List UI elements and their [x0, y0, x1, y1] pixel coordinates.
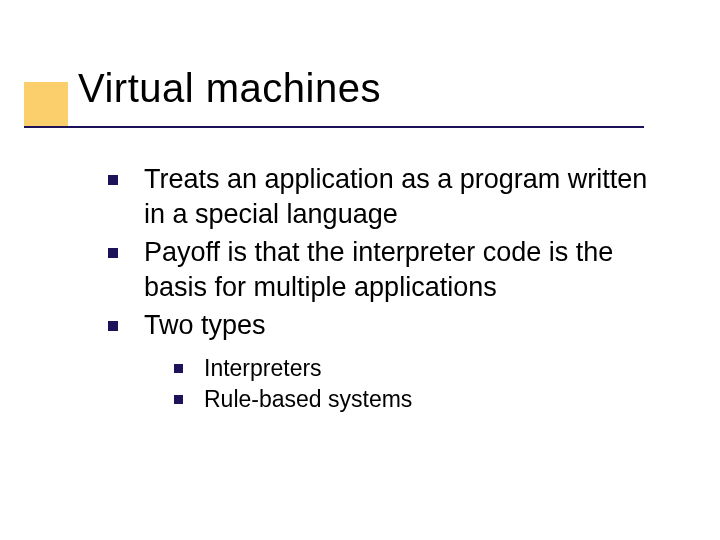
bullet-list: Treats an application as a program writt… — [108, 162, 668, 415]
square-bullet-icon — [108, 321, 118, 331]
square-bullet-icon — [108, 248, 118, 258]
list-item: Payoff is that the interpreter code is t… — [108, 235, 668, 304]
list-item-text: Interpreters — [204, 355, 322, 381]
slide-body: Treats an application as a program writt… — [108, 162, 668, 419]
list-item-text: Payoff is that the interpreter code is t… — [144, 237, 613, 302]
list-item-text: Treats an application as a program writt… — [144, 164, 647, 229]
list-item-text: Rule-based systems — [204, 386, 412, 412]
square-bullet-icon — [174, 364, 183, 373]
list-item: Two types Interpreters Rule-based system… — [108, 308, 668, 415]
square-bullet-icon — [174, 395, 183, 404]
square-bullet-icon — [108, 175, 118, 185]
slide-title: Virtual machines — [78, 66, 381, 111]
slide: Virtual machines Treats an application a… — [0, 0, 720, 540]
sub-bullet-list: Interpreters Rule-based systems — [144, 353, 668, 415]
accent-square — [24, 82, 68, 126]
title-underline — [24, 126, 644, 128]
list-item-text: Two types — [144, 310, 266, 340]
list-item: Rule-based systems — [174, 384, 668, 415]
list-item: Interpreters — [174, 353, 668, 384]
list-item: Treats an application as a program writt… — [108, 162, 668, 231]
